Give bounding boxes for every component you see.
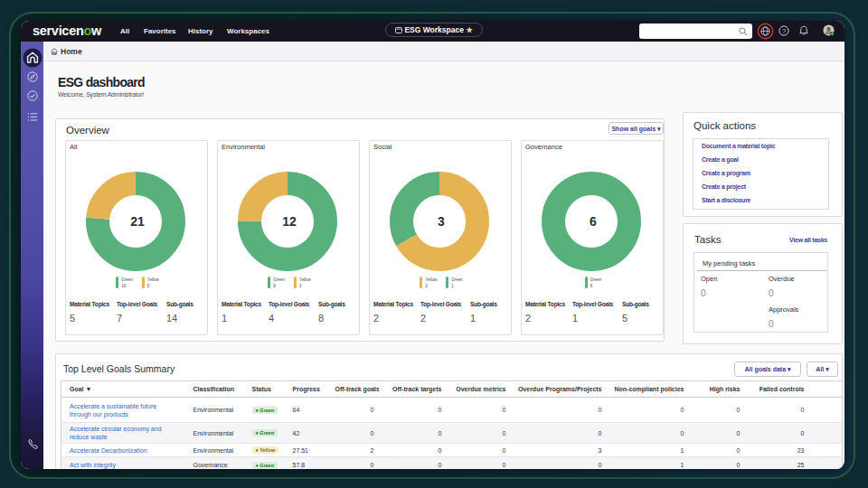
svg-text:?: ? [782, 27, 786, 35]
